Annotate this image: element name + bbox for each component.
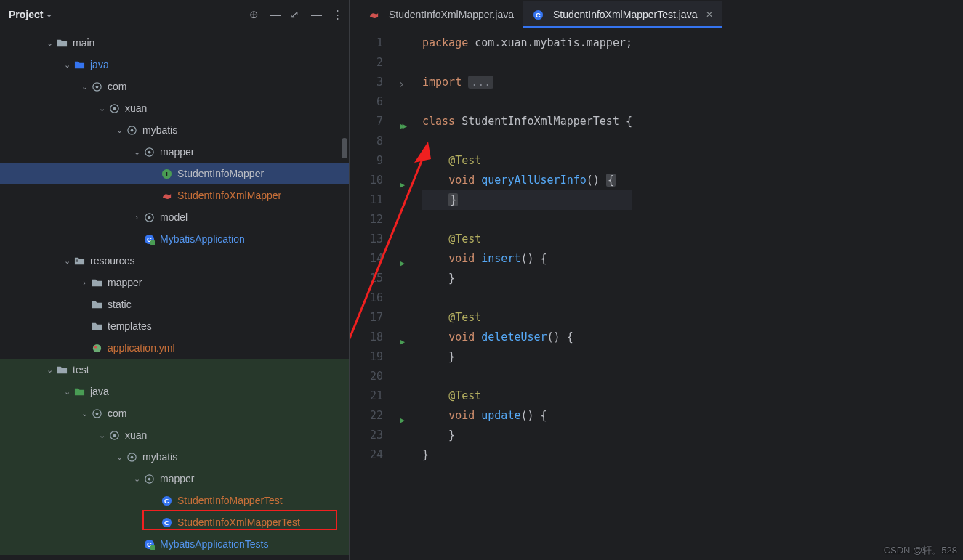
tree-arrow-icon[interactable] xyxy=(131,147,142,157)
tree-item-mapper[interactable]: mapper xyxy=(0,468,349,490)
locate-icon[interactable]: ⊕ xyxy=(249,8,259,21)
tree-item-mapper[interactable]: mapper xyxy=(0,141,349,163)
tree-item-studentinfomapper[interactable]: IStudentInfoMapper xyxy=(0,163,349,184)
project-tool-window-label[interactable]: Project ⌄ xyxy=(6,9,52,20)
editor-code[interactable]: package com.xuan.mybatis.mapper; import … xyxy=(392,29,632,560)
tree-item-model[interactable]: model xyxy=(0,206,349,228)
code-area[interactable]: 123›67▶8910▶11121314▶15161718▶19202122▶2… xyxy=(350,29,963,560)
svg-rect-16 xyxy=(75,261,78,261)
tree-item-mybatisapplication[interactable]: CMybatisApplication xyxy=(0,228,349,250)
hide-icon[interactable]: — xyxy=(311,8,321,20)
tree-arrow-icon[interactable] xyxy=(61,256,73,266)
code-line[interactable] xyxy=(422,288,632,308)
tree-item-label: xuan xyxy=(125,102,147,114)
svg-text:I: I xyxy=(166,171,168,178)
tree-item-label: static xyxy=(108,299,132,310)
run-gutter-icon[interactable]: ▶ xyxy=(400,116,405,136)
editor-gutter: 123›67▶8910▶11121314▶15161718▶19202122▶2… xyxy=(350,29,392,560)
tree-item-java[interactable]: java xyxy=(0,381,349,402)
tree-item-label: xuan xyxy=(125,429,147,441)
run-gutter-icon[interactable]: ▶ xyxy=(400,410,405,430)
svg-rect-15 xyxy=(75,259,78,260)
more-icon[interactable]: ⋮ xyxy=(332,8,343,21)
editor-pane: StudentInfoXmlMapper.javaCStudentInfoXml… xyxy=(349,0,963,560)
tree-item-com[interactable]: com xyxy=(0,402,349,424)
tree-arrow-icon[interactable] xyxy=(96,104,108,113)
code-line[interactable]: import ... xyxy=(422,73,632,92)
code-line[interactable]: } xyxy=(422,426,632,445)
tree-arrow-icon[interactable] xyxy=(78,82,90,92)
tree-arrow-icon xyxy=(131,235,142,243)
tree-arrow-icon[interactable] xyxy=(61,60,73,70)
code-line[interactable]: @Test xyxy=(422,151,632,171)
tree-item-application-yml[interactable]: application.yml xyxy=(0,337,349,359)
tree-arrow-icon[interactable] xyxy=(61,387,73,397)
code-line[interactable]: void queryAllUserInfo() { xyxy=(422,171,632,190)
tree-item-studentinfoxmlmapper[interactable]: StudentInfoXmlMapper xyxy=(0,184,349,206)
tree-item-label: mapper xyxy=(160,473,194,484)
tree-item-label: StudentInfoMapper xyxy=(177,168,264,179)
code-line[interactable] xyxy=(422,53,632,73)
svg-point-5 xyxy=(130,129,133,131)
tree-item-java[interactable]: java xyxy=(0,54,349,76)
tree-item-static[interactable]: static xyxy=(0,293,349,315)
code-line[interactable]: @Test xyxy=(422,230,632,249)
editor-tab[interactable]: CStudentInfoXmlMapperTest.java✕ xyxy=(523,1,722,28)
code-line[interactable]: } xyxy=(422,445,632,465)
tree-item-test[interactable]: test xyxy=(0,359,349,381)
tree-item-xuan[interactable]: xuan xyxy=(0,97,349,119)
tree-arrow-icon[interactable] xyxy=(131,213,142,222)
code-line[interactable]: package com.xuan.mybatis.mapper; xyxy=(422,33,632,53)
code-line[interactable] xyxy=(422,210,632,230)
tree-item-xuan[interactable]: xuan xyxy=(0,424,349,446)
svg-point-1 xyxy=(95,85,98,88)
close-tab-icon[interactable]: ✕ xyxy=(706,9,713,20)
run-gutter-icon[interactable]: ▶ xyxy=(400,175,405,195)
fold-icon[interactable]: › xyxy=(398,75,405,94)
app-root: Project ⌄ ⊕ — ⤢ — ⋮ mainjavacomxuanmybat… xyxy=(0,0,963,560)
code-line[interactable]: } xyxy=(422,269,632,288)
tree-item-templates[interactable]: templates xyxy=(0,315,349,337)
tree-item-main[interactable]: main xyxy=(0,32,349,54)
code-line[interactable]: class StudentInfoXmlMapperTest { xyxy=(422,112,632,131)
code-line[interactable]: } xyxy=(422,190,632,210)
tree-item-label: mapper xyxy=(160,146,194,158)
collapse-all-icon[interactable]: — xyxy=(270,8,278,20)
run-gutter-icon[interactable]: ▶ xyxy=(400,253,405,273)
tree-item-mapper[interactable]: mapper xyxy=(0,272,349,293)
tree-arrow-icon[interactable] xyxy=(96,431,108,440)
tree-arrow-icon[interactable] xyxy=(113,126,125,135)
tree-item-mybatis[interactable]: mybatis xyxy=(0,119,349,141)
code-line[interactable]: } xyxy=(422,347,632,367)
tree-item-label: test xyxy=(73,364,89,376)
editor-tab[interactable]: StudentInfoXmlMapper.java xyxy=(358,1,523,28)
sidebar-header-icons: ⊕ — ⤢ — ⋮ xyxy=(249,8,343,21)
run-gutter-icon[interactable]: ▶ xyxy=(400,332,405,352)
code-line[interactable]: @Test xyxy=(422,308,632,328)
code-line[interactable]: void deleteUser() { xyxy=(422,328,632,347)
tree-item-studentinfomappertest[interactable]: CStudentInfoMapperTest xyxy=(0,490,349,511)
tree-item-com[interactable]: com xyxy=(0,76,349,97)
svg-text:C: C xyxy=(536,12,541,19)
expand-all-icon[interactable]: ⤢ xyxy=(290,8,299,21)
project-tree[interactable]: mainjavacomxuanmybatismapper IStudentInf… xyxy=(0,29,349,560)
tree-arrow-icon[interactable] xyxy=(44,38,55,48)
tree-arrow-icon[interactable] xyxy=(131,474,142,484)
code-line[interactable]: void insert() { xyxy=(422,249,632,269)
code-line[interactable]: @Test xyxy=(422,386,632,406)
code-line[interactable] xyxy=(422,131,632,151)
tree-item-mybatis[interactable]: mybatis xyxy=(0,446,349,468)
tree-item-resources[interactable]: resources xyxy=(0,250,349,272)
code-line[interactable] xyxy=(422,92,632,112)
gutter-line: 9 xyxy=(350,151,392,171)
tree-arrow-icon[interactable] xyxy=(113,453,125,462)
tree-arrow-icon[interactable] xyxy=(78,278,90,287)
tree-item-studentinfoxmlmappertest[interactable]: CStudentInfoXmlMapperTest xyxy=(0,511,349,533)
tree-item-label: application.yml xyxy=(108,342,175,354)
tree-arrow-icon[interactable] xyxy=(78,409,90,418)
tree-arrow-icon[interactable] xyxy=(44,365,55,375)
code-line[interactable]: void update() { xyxy=(422,406,632,426)
tree-item-mybatisapplicationtests[interactable]: CMybatisApplicationTests xyxy=(0,533,349,555)
code-line[interactable] xyxy=(422,367,632,386)
svg-point-17 xyxy=(92,344,100,352)
